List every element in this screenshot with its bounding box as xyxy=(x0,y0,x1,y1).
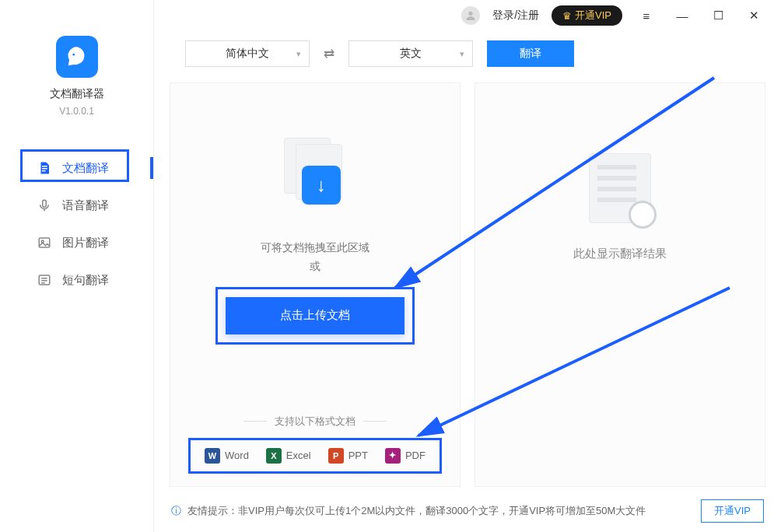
info-icon: ⓘ xyxy=(171,504,181,518)
source-language-value: 简体中文 xyxy=(226,47,269,61)
svg-point-1 xyxy=(72,54,75,56)
app-name: 文档翻译器 xyxy=(0,87,153,101)
microphone-icon xyxy=(36,197,53,214)
tip-label: 友情提示： xyxy=(187,504,238,518)
upload-panel[interactable]: ↓ 可将文档拖拽至此区域 或 点击上传文档 支持以下格式文档 WWord XEx… xyxy=(170,82,461,487)
annotation-box: WWord XExcel PPPT ✦PDF xyxy=(188,438,442,474)
target-language-value: 英文 xyxy=(400,47,422,61)
pdf-icon: ✦ xyxy=(385,448,401,464)
app-logo-icon xyxy=(56,36,98,78)
swap-languages-button[interactable]: ⇄ xyxy=(324,46,334,62)
document-stack-icon: ↓ xyxy=(280,138,350,208)
svg-rect-2 xyxy=(42,166,47,167)
caret-down-icon: ▾ xyxy=(296,49,301,59)
translate-button[interactable]: 翻译 xyxy=(487,40,574,67)
nav-item-voice-translate[interactable]: 语音翻译 xyxy=(0,187,153,224)
nav-item-image-translate[interactable]: 图片翻译 xyxy=(0,224,153,261)
image-icon xyxy=(36,234,53,251)
caret-down-icon: ▾ xyxy=(460,49,464,59)
word-icon: W xyxy=(205,448,220,464)
supported-formats-title: 支持以下格式文档 xyxy=(243,415,387,429)
excel-icon: X xyxy=(266,448,282,464)
nav-item-label: 短句翻译 xyxy=(62,273,109,288)
sidebar: 文档翻译器 V1.0.0.1 文档翻译 语音翻译 图片翻译 短句翻译 xyxy=(0,0,154,532)
nav-item-label: 图片翻译 xyxy=(62,236,109,250)
ppt-icon: P xyxy=(328,448,344,464)
tip-text: 非VIP用户每次仅可上传1个2M以内文件，翻译3000个文字，开通VIP将可增加… xyxy=(238,504,646,518)
document-icon xyxy=(36,159,53,177)
format-excel: XExcel xyxy=(266,448,311,464)
or-text: 或 xyxy=(261,257,369,276)
format-word: WWord xyxy=(205,448,249,464)
result-panel: 此处显示翻译结果 xyxy=(475,82,765,487)
nav-item-label: 文档翻译 xyxy=(62,161,109,176)
svg-rect-5 xyxy=(43,200,47,207)
format-pdf: ✦PDF xyxy=(385,448,426,464)
result-placeholder-text: 此处显示翻译结果 xyxy=(573,247,667,261)
result-placeholder-icon xyxy=(589,153,651,223)
svg-rect-6 xyxy=(39,238,50,247)
open-vip-button[interactable]: 开通VIP xyxy=(701,499,764,523)
source-language-select[interactable]: 简体中文 ▾ xyxy=(185,40,310,67)
upload-document-button[interactable]: 点击上传文档 xyxy=(226,297,405,334)
svg-rect-3 xyxy=(42,168,47,170)
text-lines-icon xyxy=(36,271,53,289)
format-ppt: PPPT xyxy=(328,448,368,464)
nav-item-doc-translate[interactable]: 文档翻译 xyxy=(0,149,153,187)
nav-item-label: 语音翻译 xyxy=(62,198,109,213)
download-arrow-icon: ↓ xyxy=(302,166,341,205)
svg-rect-4 xyxy=(42,170,46,172)
drag-hint-text: 可将文档拖拽至此区域 xyxy=(261,239,369,257)
app-version: V1.0.0.1 xyxy=(0,106,153,117)
nav-item-sentence-translate[interactable]: 短句翻译 xyxy=(0,261,153,299)
annotation-box: 点击上传文档 xyxy=(215,287,415,345)
tip-bar: ⓘ 友情提示： 非VIP用户每次仅可上传1个2M以内文件，翻译3000个文字，开… xyxy=(171,498,764,524)
target-language-select[interactable]: 英文 ▾ xyxy=(348,40,473,67)
